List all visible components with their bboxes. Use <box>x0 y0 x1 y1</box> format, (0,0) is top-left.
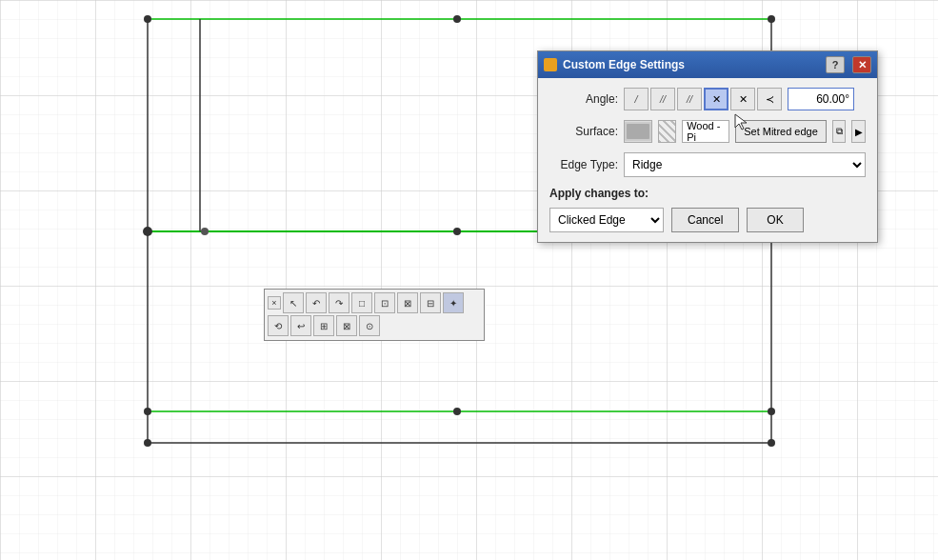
apply-row: Clicked Edge All Edges Selected Edges Ca… <box>549 208 866 232</box>
custom-edge-settings-dialog: Custom Edge Settings ? ✕ Angle: / // // … <box>537 50 878 243</box>
toolbar-btn-grid[interactable]: ⊞ <box>313 315 334 336</box>
surface-copy-button[interactable]: ⧉ <box>832 120 847 143</box>
svg-point-16 <box>453 408 461 415</box>
toolbar-btn-arrow-left[interactable]: ↩ <box>290 315 311 336</box>
surface-arrow-button[interactable]: ▶ <box>851 120 866 143</box>
svg-point-8 <box>144 15 151 23</box>
toolbar-btn-circle[interactable]: ⊙ <box>359 315 380 336</box>
angle-buttons: / // // ✕ ✕ ≺ <box>624 88 782 110</box>
toolbar-btn-rect2[interactable]: ⊡ <box>374 292 395 313</box>
floating-toolbar: × ↖ ↶ ↷ □ ⊡ ⊠ ⊟ ✦ ⟲ ↩ ⊞ ⊠ ⊙ <box>264 289 485 341</box>
toolbar-btn-rotate-left[interactable]: ⟲ <box>268 315 289 336</box>
svg-rect-22 <box>627 124 649 139</box>
dialog-title: Custom Edge Settings <box>563 58 818 71</box>
angle-btn-5[interactable]: ✕ <box>730 88 755 110</box>
angle-btn-3[interactable]: // <box>677 88 702 110</box>
toolbar-row-1: × ↖ ↶ ↷ □ ⊡ ⊠ ⊟ ✦ <box>268 292 481 313</box>
svg-point-10 <box>768 15 775 23</box>
toolbar-close-button[interactable]: × <box>268 296 281 310</box>
toolbar-btn-cross[interactable]: ⊠ <box>397 292 418 313</box>
svg-point-12 <box>201 228 209 235</box>
surface-label: Surface: <box>549 125 618 138</box>
svg-point-9 <box>453 15 461 23</box>
apply-label: Apply changes to: <box>549 187 866 200</box>
surface-row: Surface: Wood - Pi Set Mitred edge ⧉ ▶ <box>549 120 866 143</box>
angle-btn-1[interactable]: / <box>624 88 649 110</box>
svg-point-15 <box>144 408 151 415</box>
toolbar-btn-rect[interactable]: □ <box>351 292 372 313</box>
angle-btn-6[interactable]: ≺ <box>757 88 782 110</box>
cancel-button[interactable]: Cancel <box>671 208 739 232</box>
svg-point-17 <box>768 408 775 415</box>
edge-type-select[interactable]: Ridge Flat Bevel Round <box>624 152 866 177</box>
toolbar-btn-cross2[interactable]: ⊠ <box>336 315 357 336</box>
toolbar-btn-minus[interactable]: ⊟ <box>420 292 441 313</box>
dialog-help-button[interactable]: ? <box>826 56 845 73</box>
angle-input[interactable] <box>788 88 854 110</box>
svg-point-13 <box>453 228 461 235</box>
dialog-icon <box>544 58 557 71</box>
surface-name: Wood - Pi <box>682 120 729 143</box>
edge-type-row: Edge Type: Ridge Flat Bevel Round <box>549 152 866 177</box>
angle-row: Angle: / // // ✕ ✕ ≺ <box>549 88 866 110</box>
toolbar-btn-star[interactable]: ✦ <box>443 292 464 313</box>
angle-label: Angle: <box>549 92 618 106</box>
svg-point-18 <box>144 439 151 447</box>
dialog-close-button[interactable]: ✕ <box>852 56 871 73</box>
angle-btn-2[interactable]: // <box>650 88 675 110</box>
apply-section: Apply changes to: Clicked Edge All Edges… <box>549 187 866 232</box>
toolbar-btn-undo[interactable]: ↶ <box>306 292 327 313</box>
toolbar-btn-pointer[interactable]: ↖ <box>283 292 304 313</box>
dialog-titlebar: Custom Edge Settings ? ✕ <box>538 51 877 78</box>
edge-type-label: Edge Type: <box>549 158 618 171</box>
angle-btn-4[interactable]: ✕ <box>704 88 728 110</box>
set-mitred-button[interactable]: Set Mitred edge <box>735 120 827 143</box>
svg-point-11 <box>143 227 152 236</box>
toolbar-row-2: ⟲ ↩ ⊞ ⊠ ⊙ <box>268 315 481 336</box>
apply-select[interactable]: Clicked Edge All Edges Selected Edges <box>549 208 664 232</box>
surface-preview[interactable] <box>624 120 652 143</box>
toolbar-btn-redo[interactable]: ↷ <box>329 292 349 313</box>
ok-button[interactable]: OK <box>747 208 803 232</box>
dialog-body: Angle: / // // ✕ ✕ ≺ Surface: Wood - Pi <box>538 78 877 242</box>
surface-texture[interactable] <box>658 120 676 143</box>
svg-point-19 <box>768 439 775 447</box>
